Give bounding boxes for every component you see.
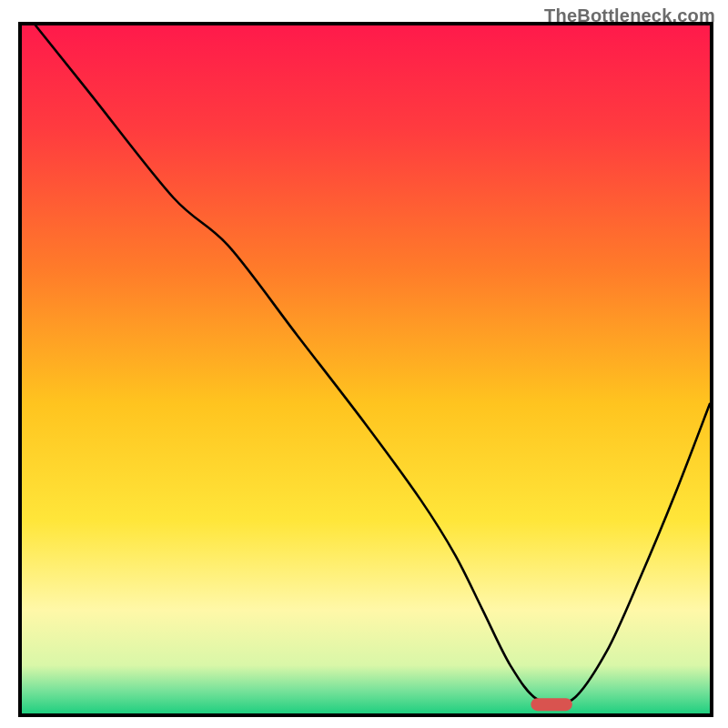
optimum-marker xyxy=(531,698,571,711)
watermark-label: TheBottleneck.com xyxy=(544,5,715,26)
plot-background xyxy=(22,25,710,713)
bottleneck-chart: TheBottleneck.com xyxy=(0,0,728,728)
chart-svg xyxy=(0,0,728,728)
